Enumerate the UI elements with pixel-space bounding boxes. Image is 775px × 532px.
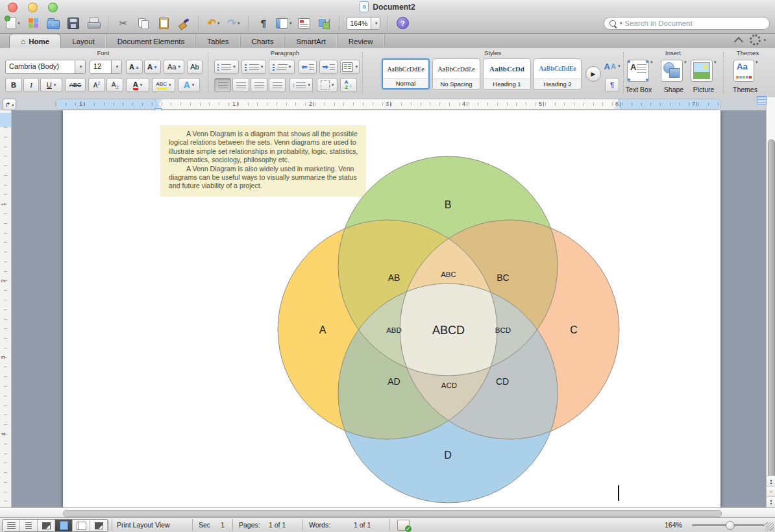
zoom-slider-thumb[interactable] [726, 521, 735, 530]
columns-button[interactable]: ▾ [340, 60, 360, 74]
zoom-value: 164% [347, 19, 371, 27]
search-icon [609, 20, 616, 27]
more-styles-button[interactable]: ▶ [585, 66, 601, 82]
view-mode-label[interactable]: Print Layout View [117, 521, 170, 529]
horizontal-scrollbar-thumb[interactable] [63, 510, 722, 517]
style-no-spacing[interactable]: AaBbCcDdEe No Spacing [432, 58, 480, 90]
gallery-button[interactable] [25, 15, 41, 32]
note-paragraph-2: A Venn Diagram is also widely used in ma… [169, 165, 360, 191]
format-painter-icon [178, 18, 190, 29]
superscript-button[interactable]: A2 [88, 78, 105, 92]
show-formatting-button[interactable]: ¶ [256, 15, 271, 32]
borders-button[interactable]: ▾ [317, 78, 338, 92]
search-scope-dropdown[interactable]: ▾ [620, 21, 622, 26]
ribbon-settings-button[interactable]: ▾ [750, 34, 766, 45]
right-indent-marker[interactable] [615, 105, 621, 109]
themes-button[interactable]: Aa ▾ [733, 60, 758, 82]
strikethrough-button[interactable]: ABC [65, 78, 86, 92]
clear-formatting-button[interactable]: Ab [187, 60, 203, 74]
format-painter-button[interactable] [176, 15, 191, 32]
tab-tables[interactable]: Tables [196, 34, 240, 48]
outline-view-button[interactable] [20, 520, 38, 531]
style-heading-1[interactable]: AaBbCcDd Heading 1 [483, 58, 531, 90]
print-button[interactable] [86, 15, 101, 32]
grow-font-button[interactable]: A▲ [126, 60, 143, 74]
save-button[interactable] [66, 15, 81, 32]
focus-view-button[interactable] [90, 520, 108, 531]
zoom-dropdown[interactable]: ▾ [371, 18, 380, 29]
draft-view-button[interactable] [3, 520, 20, 531]
shrink-font-button[interactable]: A▼ [144, 60, 161, 74]
insert-group: Insert A ▾ Text Box ▾ Shape ▾ Picture [623, 48, 723, 97]
toolbox-button[interactable] [297, 15, 312, 32]
text-effects-button[interactable]: A▾ [178, 78, 200, 92]
search-field[interactable]: ▾ Search in Document [604, 17, 770, 30]
cut-button[interactable]: ✂ [116, 15, 131, 32]
pages-value[interactable]: 1 of 1 [269, 521, 286, 529]
tab-review[interactable]: Review [338, 34, 385, 48]
font-size-combo[interactable]: 12 ▾ [90, 60, 122, 74]
tab-document-elements[interactable]: Document Elements [106, 34, 197, 48]
collapse-ribbon-button[interactable] [734, 36, 743, 45]
select-browse-object-button[interactable]: ○ [767, 486, 775, 497]
previous-page-button[interactable]: ▲▲ [767, 476, 775, 487]
paste-button[interactable] [156, 15, 171, 32]
line-spacing-button[interactable]: ↕▾ [289, 78, 313, 92]
print-layout-button[interactable] [55, 520, 73, 531]
words-value[interactable]: 1 of 1 [354, 521, 371, 529]
picture-button[interactable]: ▾ [691, 60, 717, 82]
tab-home[interactable]: ⌂Home [9, 34, 61, 48]
venn-description-textbox[interactable]: A Venn Diagram is a diagram that shows a… [160, 125, 366, 197]
window-resize-grip[interactable] [765, 522, 774, 531]
shape-button[interactable]: ▾ [661, 60, 687, 82]
decrease-indent-button[interactable]: ⇐ [299, 60, 317, 74]
top-margin-region [0, 113, 11, 127]
vertical-scrollbar-thumb[interactable] [768, 139, 775, 483]
sort-button[interactable]: AZ↓ [340, 78, 357, 92]
new-document-button[interactable]: ▾ [5, 15, 21, 32]
numbering-button[interactable]: ▾ [241, 60, 266, 74]
align-center-button[interactable] [232, 78, 249, 92]
justify-button[interactable] [269, 78, 286, 92]
zoom-slider[interactable] [692, 524, 765, 526]
font-family-combo[interactable]: Cambria (Body) ▾ [5, 60, 86, 74]
italic-button[interactable]: I [23, 78, 39, 92]
spelling-status-icon[interactable] [397, 520, 410, 531]
tab-layout[interactable]: Layout [61, 34, 106, 48]
redo-button[interactable]: ↷▾ [226, 15, 241, 32]
multilevel-list-button[interactable]: ▾ [269, 60, 295, 74]
help-button[interactable]: ? [395, 15, 410, 32]
style-normal[interactable]: AaBbCcDdEe Normal [382, 58, 430, 90]
subscript-button[interactable]: A2 [106, 78, 123, 92]
text-box-button[interactable]: A ▾ [627, 60, 653, 82]
open-button[interactable]: ↓ [45, 15, 61, 32]
align-right-button[interactable] [251, 78, 267, 92]
bold-button[interactable]: B [5, 78, 22, 92]
highlight-button[interactable]: ABC▾ [152, 78, 175, 92]
next-page-button[interactable]: ▼▼ [767, 496, 775, 507]
copy-button[interactable] [136, 15, 151, 32]
align-left-button[interactable] [214, 78, 231, 92]
bullets-button[interactable]: ▾ [214, 60, 239, 74]
undo-button[interactable]: ↶▾ [206, 15, 221, 32]
vertical-scrollbar[interactable]: ▲▲ ○ ▼▼ [766, 97, 775, 507]
text-styles-button[interactable]: AA▾ [604, 58, 621, 74]
section-value[interactable]: 1 [221, 521, 225, 529]
tab-stop-selector[interactable]: ↱▾ [3, 99, 16, 110]
font-color-button[interactable]: A▾ [126, 78, 149, 92]
publishing-layout-button[interactable] [38, 520, 55, 531]
media-browser-button[interactable]: ♪ [317, 15, 332, 32]
increase-indent-button[interactable]: ⇒ [319, 60, 338, 74]
sidebar-view-button[interactable]: ▾ [276, 15, 292, 32]
horizontal-scrollbar[interactable] [0, 507, 775, 517]
underline-button[interactable]: U▾ [40, 78, 62, 92]
notebook-layout-button[interactable] [73, 520, 90, 531]
split-view-handle[interactable] [757, 96, 767, 104]
tab-smartart[interactable]: SmartArt [285, 34, 337, 48]
manage-styles-button[interactable]: ¶ [605, 78, 619, 92]
tab-charts[interactable]: Charts [241, 34, 286, 48]
zoom-combo[interactable]: 164% ▾ [347, 17, 381, 30]
change-case-button[interactable]: Aa▾ [164, 60, 184, 74]
style-heading-2[interactable]: AaBbCcDdEe Heading 2 [534, 58, 582, 90]
first-line-indent-marker[interactable] [155, 99, 162, 103]
